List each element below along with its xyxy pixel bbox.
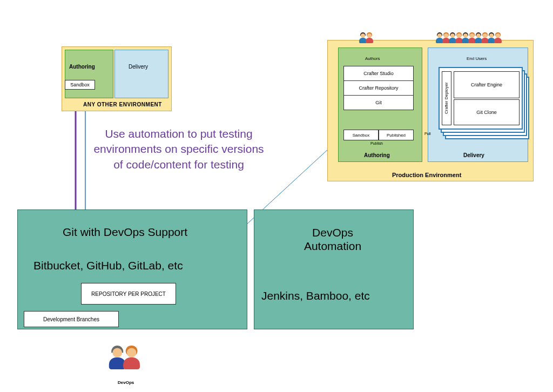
devops-people-icon [110, 346, 139, 371]
central-annotation: Use automation to put testing environmen… [90, 126, 268, 172]
git-devops-subtitle: Bitbucket, GitHub, GitLab, etc [33, 259, 183, 272]
sandbox-published-row: Sandbox Published [343, 130, 414, 140]
prod-delivery-label: Delivery [463, 152, 484, 158]
authors-icon [360, 32, 373, 44]
delivery-stacked-panes: Crafter Deployer Crafter Engine Git Clon… [439, 67, 525, 134]
devops-automation-title: DevOps Automation [289, 226, 376, 253]
crafter-authoring-stack: Crafter Studio Crafter Repository Git [343, 66, 414, 110]
devops-automation-subtitle: Jenkins, Bamboo, etc [261, 289, 370, 302]
crafter-engine-cell: Crafter Engine [454, 71, 520, 98]
prod-authoring-label: Authoring [364, 152, 390, 158]
anyenv-authoring-label: Authoring [69, 64, 95, 70]
anyenv-authoring [65, 50, 113, 98]
authors-label: Authors [365, 56, 380, 61]
anyenv-footer: ANY OTHER ENVIRONMENT [83, 102, 162, 107]
prod-env-footer: Production Environment [392, 172, 461, 178]
anyenv-delivery [114, 50, 168, 98]
delivery-pane-1: Crafter Deployer Crafter Engine Git Clon… [439, 67, 523, 130]
prod-published-cell: Published [379, 130, 414, 140]
crafter-git-cell: Git [344, 96, 413, 110]
anyenv-delivery-label: Delivery [129, 64, 148, 70]
publish-arrow-label: Publish [370, 141, 383, 145]
end-users-label: End Users [467, 56, 487, 61]
anyenv-sandbox-box: Sandbox [65, 80, 95, 90]
prod-sandbox-cell: Sandbox [343, 130, 379, 140]
development-branches-box: Development Branches [24, 311, 119, 327]
pull-arrow-label: Pull [424, 132, 431, 136]
git-clone-cell: Git Clone [454, 99, 520, 125]
devops-people-label: DevOps [118, 380, 134, 385]
crafter-deployer-cell: Crafter Deployer [442, 71, 451, 125]
git-devops-title: Git with DevOps Support [63, 226, 187, 239]
crafter-repository-cell: Crafter Repository [344, 81, 413, 96]
crafter-studio-cell: Crafter Studio [344, 66, 413, 81]
end-users-icon [436, 32, 501, 44]
repo-per-project-box: REPOSITORY PER PROJECT [81, 283, 176, 305]
